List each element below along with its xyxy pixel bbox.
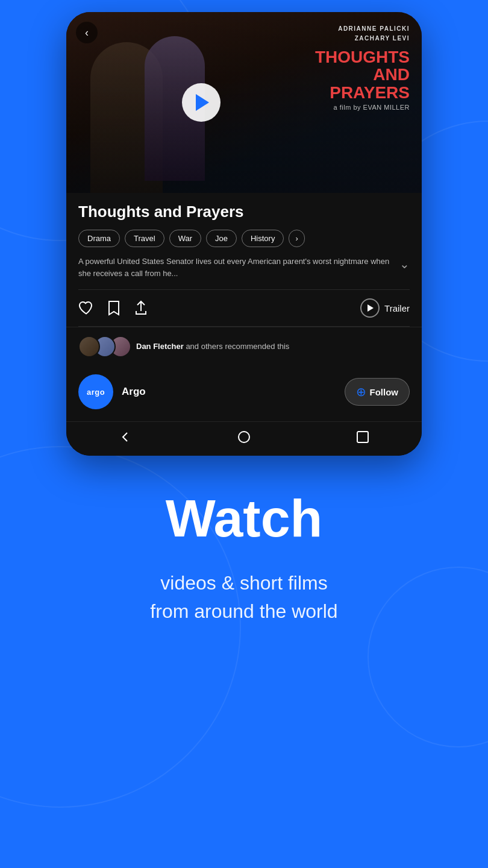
follow-label: Follow xyxy=(370,387,399,397)
movie-info-section: Thoughts and Prayers Drama Travel War Jo… xyxy=(66,193,422,327)
tag-more[interactable]: › xyxy=(289,230,304,247)
channel-name: Argo xyxy=(122,386,336,398)
play-button[interactable] xyxy=(182,83,221,122)
trailer-play-triangle xyxy=(368,304,374,312)
trailer-play-icon xyxy=(360,298,380,318)
nav-back-button[interactable] xyxy=(119,430,132,444)
svg-point-0 xyxy=(239,432,249,442)
watch-subtitle: videos & short films from around the wor… xyxy=(36,569,452,625)
back-arrow-icon: ‹ xyxy=(85,27,89,38)
recommended-suffix: and others recommended this xyxy=(186,342,289,351)
description-text: A powerful United States Senator lives o… xyxy=(78,256,399,280)
argo-logo-text: argo xyxy=(87,388,105,397)
tags-row: Drama Travel War Joe History › xyxy=(78,230,410,247)
follow-button[interactable]: ⊕ Follow xyxy=(345,378,410,406)
svg-rect-1 xyxy=(357,432,368,442)
argo-logo: argo xyxy=(78,374,113,409)
tag-joe[interactable]: Joe xyxy=(206,230,237,247)
recommended-text: Dan Fletcher and others recommended this xyxy=(134,341,289,352)
watch-title: Watch xyxy=(36,492,452,545)
movie-poster: ADRIANNE PALICKI ZACHARY LEVI THOUGHTS A… xyxy=(66,12,422,193)
movie-title: Thoughts and Prayers xyxy=(78,203,410,221)
tag-history[interactable]: History xyxy=(242,230,284,247)
back-button[interactable]: ‹ xyxy=(76,22,98,43)
expand-button[interactable]: ⌄ xyxy=(399,257,410,271)
bookmark-button[interactable] xyxy=(107,300,120,316)
poster-title-area: ADRIANNE PALICKI ZACHARY LEVI THOUGHTS A… xyxy=(315,24,410,111)
trailer-label: Trailer xyxy=(384,303,410,313)
recommended-row: Dan Fletcher and others recommended this xyxy=(66,327,422,366)
play-icon xyxy=(196,94,209,111)
avatars-group xyxy=(78,336,125,357)
follow-plus-icon: ⊕ xyxy=(356,385,366,399)
description-row: A powerful United States Senator lives o… xyxy=(78,256,410,280)
cast-names: ADRIANNE PALICKI ZACHARY LEVI xyxy=(315,24,410,43)
tag-drama[interactable]: Drama xyxy=(78,230,120,247)
watch-subtitle-line2: from around the world xyxy=(36,597,452,625)
tag-travel[interactable]: Travel xyxy=(125,230,164,247)
poster-subtitle: a film by EVAN MILLER xyxy=(315,104,410,111)
nav-recents-button[interactable] xyxy=(356,430,369,444)
like-button[interactable] xyxy=(78,300,94,316)
action-icons xyxy=(78,300,360,316)
phone-mockup: ADRIANNE PALICKI ZACHARY LEVI THOUGHTS A… xyxy=(66,12,422,456)
nav-bar xyxy=(66,421,422,456)
bottom-section: Watch videos & short films from around t… xyxy=(0,456,488,673)
trailer-button[interactable]: Trailer xyxy=(360,298,410,318)
recommended-user-name: Dan Fletcher xyxy=(136,342,184,351)
follow-section: argo Argo ⊕ Follow xyxy=(66,366,422,421)
nav-home-button[interactable] xyxy=(237,430,251,444)
poster-main-title: THOUGHTS AND PRAYERS xyxy=(315,48,410,101)
share-button[interactable] xyxy=(134,300,148,316)
watch-subtitle-line1: videos & short films xyxy=(36,569,452,597)
action-row: Trailer xyxy=(78,289,410,327)
tag-war[interactable]: War xyxy=(169,230,201,247)
